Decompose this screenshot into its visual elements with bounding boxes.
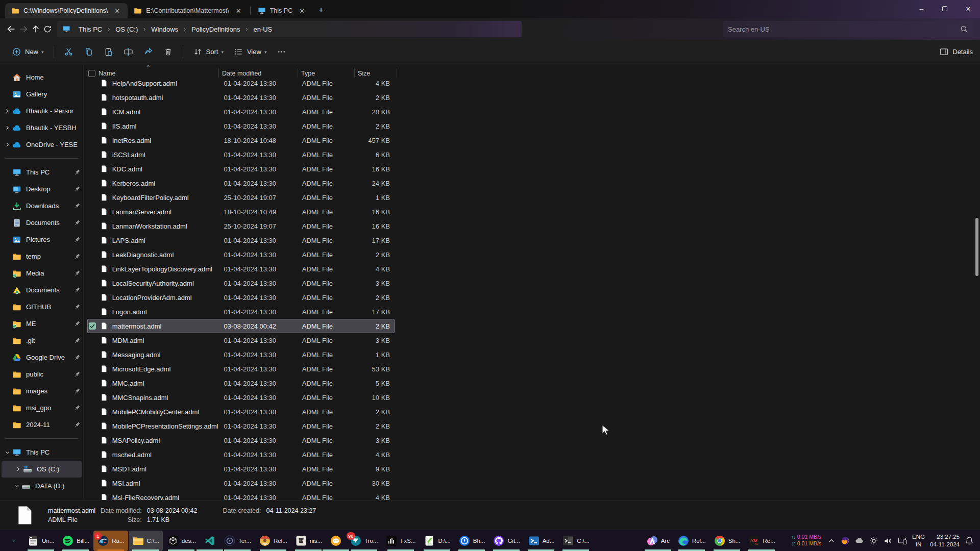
file-row[interactable]: KeyboardFilterPolicy.adml25-10-2024 19:0…	[87, 190, 395, 205]
sidebar-item-msi-gpo[interactable]: msi_gpo	[0, 399, 83, 416]
cut-button[interactable]	[59, 43, 78, 61]
sidebar-item-media[interactable]: Media	[0, 265, 83, 282]
sidebar-item-google-drive[interactable]: Google Drive	[0, 349, 83, 366]
sidebar-item-documents[interactable]: Documents	[0, 214, 83, 231]
sidebar-item-bhautik-yesbh[interactable]: Bhautik - YESBH	[0, 119, 83, 136]
copy-button[interactable]	[79, 43, 98, 61]
refresh-button[interactable]	[43, 24, 52, 34]
delete-button[interactable]	[159, 43, 178, 61]
share-button[interactable]	[139, 43, 158, 61]
file-row[interactable]: Msi-FileRecovery.adml01-04-2024 13:30ADM…	[87, 490, 395, 500]
file-row[interactable]: LocationProviderAdm.adml01-04-2024 13:30…	[87, 290, 395, 305]
taskbar-app-git[interactable]: Git...	[489, 531, 523, 551]
sidebar-item-desktop[interactable]: Desktop	[0, 181, 83, 197]
sidebar-item-public[interactable]: public	[0, 366, 83, 383]
file-row[interactable]: LinkLayerTopologyDiscovery.adml01-04-202…	[87, 262, 395, 276]
sidebar-item-bhautik-persor[interactable]: Bhautik - Persor	[0, 103, 83, 119]
search-box[interactable]	[723, 21, 974, 37]
file-row[interactable]: LeakDiagnostic.adml01-04-2024 13:30ADML …	[87, 247, 395, 262]
breadcrumb-segment[interactable]: This PC	[75, 24, 106, 35]
file-row[interactable]: KDC.adml01-04-2024 13:30ADML File16 KB	[87, 162, 395, 176]
taskbar-app-des[interactable]: des...	[163, 531, 200, 551]
view-button[interactable]: View ▾	[229, 43, 271, 61]
breadcrumb-segment[interactable]: OS (C:)	[111, 24, 142, 35]
search-input[interactable]	[728, 26, 960, 33]
file-row[interactable]: mattermost.adml03-08-2024 00:42ADML File…	[87, 319, 395, 333]
file-row[interactable]: Kerberos.adml01-04-2024 13:30ADML File24…	[87, 176, 395, 190]
new-tab-button[interactable]: +	[312, 5, 330, 18]
tab-policydefinitions[interactable]: C:\Windows\PolicyDefinitions\ ✕	[5, 3, 128, 18]
brightness-icon[interactable]	[869, 536, 878, 545]
taskbar-app-c[interactable]: C:\...	[129, 531, 163, 551]
chevron-right-icon[interactable]	[2, 141, 12, 148]
taskbar-app-ter[interactable]: Ter...	[220, 531, 255, 551]
taskbar-app-ra[interactable]: 1Ra...	[93, 531, 128, 551]
sidebar-item-temp[interactable]: temp	[0, 248, 83, 265]
sidebar-item-this-pc[interactable]: This PC	[0, 444, 83, 461]
taskbar-app-d[interactable]: D:\...	[420, 531, 454, 551]
sidebar-item-github[interactable]: GITHUB	[0, 298, 83, 315]
start-button[interactable]	[7, 534, 20, 547]
details-pane-label[interactable]: Details	[952, 48, 973, 56]
back-button[interactable]	[6, 24, 16, 34]
sidebar-item-data-d[interactable]: DATA (D:)	[0, 478, 83, 494]
maximize-button[interactable]	[933, 0, 957, 17]
chevron-right-icon[interactable]	[2, 124, 12, 131]
file-row[interactable]: MobilePCPresentationSettings.adml01-04-2…	[87, 419, 395, 433]
file-row[interactable]: MSAPolicy.adml01-04-2024 13:30ADML File3…	[87, 433, 395, 447]
column-header-size[interactable]: Size	[358, 70, 394, 77]
file-row[interactable]: LanmanServer.adml18-10-2024 10:49ADML Fi…	[87, 205, 395, 219]
chevron-right-icon[interactable]	[13, 466, 23, 472]
file-row[interactable]: LocalSecurityAuthority.adml01-04-2024 13…	[87, 276, 395, 290]
column-header-date[interactable]: Date modified	[222, 70, 295, 77]
firefox-tray-icon[interactable]	[841, 536, 850, 545]
file-row[interactable]: msched.adml01-04-2024 13:30ADML File4 KB	[87, 447, 395, 462]
sidebar-item-me[interactable]: ME	[0, 315, 83, 332]
onedrive-cloud-icon[interactable]	[855, 536, 864, 545]
file-row[interactable]: iSCSI.adml01-04-2024 13:30ADML File6 KB	[87, 147, 395, 162]
file-row[interactable]: MicrosoftEdge.adml01-04-2024 13:30ADML F…	[87, 362, 395, 376]
sidebar-item-onedrive-yese[interactable]: OneDrive - YESE	[0, 136, 83, 153]
sidebar-item-documents[interactable]: Documents	[0, 282, 83, 298]
sidebar-item-os-c[interactable]: OS (C:)	[2, 461, 82, 478]
sidebar-item-gallery[interactable]: Gallery	[0, 86, 83, 103]
column-header-type[interactable]: Type	[301, 70, 351, 77]
file-row[interactable]: MSDT.adml01-04-2024 13:30ADML File9 KB	[87, 462, 395, 476]
taskbar-app-nis[interactable]: nis...	[291, 531, 326, 551]
chevron-down-icon[interactable]	[2, 449, 12, 456]
sidebar-item-images[interactable]: images	[0, 383, 83, 399]
breadcrumb-chevron-icon[interactable]: ›	[107, 26, 110, 33]
file-row[interactable]: Messaging.adml01-04-2024 13:30ADML File1…	[87, 347, 395, 362]
breadcrumb-chevron-icon[interactable]: ›	[183, 26, 186, 33]
taskbar-app-ad[interactable]: Ad...	[524, 531, 558, 551]
breadcrumb-chevron-icon[interactable]: ›	[245, 26, 248, 33]
sidebar-item-downloads[interactable]: Downloads	[0, 197, 83, 214]
tab-close-icon[interactable]: ✕	[233, 7, 244, 15]
forward-button[interactable]	[18, 24, 29, 34]
chevron-right-icon[interactable]	[2, 108, 12, 114]
new-button[interactable]: New ▾	[7, 43, 48, 61]
network-speed-widget[interactable]: ↑:0.01 MB/s ↓:0.01 MB/s	[791, 534, 821, 546]
taskbar-app-vscode[interactable]	[200, 531, 219, 551]
taskbar-app-discord[interactable]	[326, 531, 346, 551]
breadcrumb-chevron-icon[interactable]: ›	[143, 26, 146, 33]
taskbar-app-tro[interactable]: 98Tro...	[346, 531, 381, 551]
file-row[interactable]: IIS.adml01-04-2024 13:30ADML File2 KB	[87, 119, 395, 133]
file-row[interactable]: MMC.adml01-04-2024 13:30ADML File5 KB	[87, 376, 395, 390]
taskbar-app-rel[interactable]: Rel...	[674, 531, 709, 551]
breadcrumb[interactable]: This PC›OS (C:)›Windows›PolicyDefinition…	[57, 21, 522, 37]
search-icon[interactable]	[960, 24, 969, 34]
taskbar-app-bh[interactable]: Bh...	[455, 531, 489, 551]
tab-this-pc[interactable]: This PC ✕	[252, 3, 312, 18]
file-row[interactable]: LanmanWorkstation.adml25-10-2024 19:07AD…	[87, 219, 395, 233]
cast-device-icon[interactable]	[898, 536, 907, 545]
breadcrumb-segment[interactable]: en-US	[249, 24, 276, 35]
close-button[interactable]: ✕	[957, 0, 980, 17]
checked-checkbox[interactable]	[89, 322, 96, 330]
rename-button[interactable]	[119, 43, 138, 61]
taskbar-app-c[interactable]: C:\...	[558, 531, 593, 551]
tab-mattermost[interactable]: E:\Contributation\Mattermost\ ✕	[128, 3, 249, 18]
file-row[interactable]: MMCSnapins.adml01-04-2024 13:30ADML File…	[87, 390, 395, 405]
more-options-button[interactable]	[272, 43, 291, 61]
sidebar-item-this-pc[interactable]: This PC	[0, 164, 83, 181]
